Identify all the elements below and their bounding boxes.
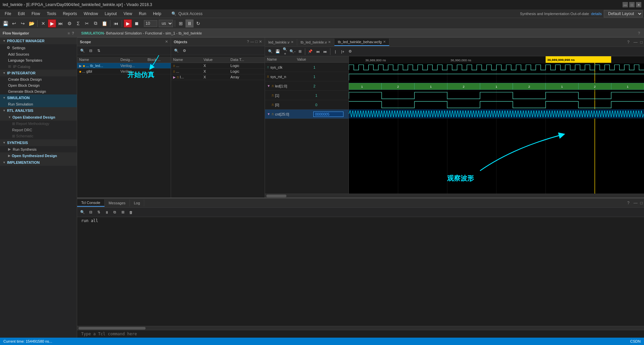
run-time-input[interactable] — [144, 20, 157, 27]
nav-ip-catalog[interactable]: ⊞ IP Catalog — [0, 63, 77, 70]
open-elaborated-design-header[interactable]: ▼ Open Elaborated Design — [0, 114, 77, 121]
sum-button[interactable]: Σ — [74, 19, 82, 27]
nav-run-synthesis[interactable]: ▶ Run Synthesis — [0, 146, 77, 152]
tab-tb-close-icon[interactable]: ✕ — [328, 40, 331, 44]
tcl-help-icon[interactable]: ? — [625, 201, 632, 205]
wave-search-icon[interactable]: 🔍 — [267, 48, 274, 55]
open-synthesized-design-header[interactable]: ▶ Open Synthesized Design — [0, 152, 77, 159]
menu-view[interactable]: View — [120, 11, 136, 17]
objects-close-icon[interactable]: ✕ — [259, 40, 262, 44]
tcl-pause-icon[interactable]: ⏸ — [103, 209, 110, 216]
tcl-copy-icon[interactable]: ⧉ — [111, 209, 118, 216]
wave-row-led-0[interactable]: ⎍ [0] 0 — [265, 100, 348, 110]
tcl-expand-icon[interactable]: ⊞ — [119, 209, 126, 216]
flow-nav-expand-icon[interactable]: ≡ — [68, 31, 70, 35]
open-button[interactable]: 📂 — [28, 19, 36, 27]
tab-tb-led-twinkle-v[interactable]: tb_led_twinkle.v ✕ — [297, 39, 334, 46]
scope-filter-icon[interactable]: ⊟ — [87, 47, 94, 54]
menu-flow[interactable]: Flow — [28, 11, 43, 17]
tab-tcl-console[interactable]: Tcl Console — [77, 199, 105, 207]
nav-report-methodology[interactable]: ⊞ Report Methodology — [0, 121, 77, 127]
refresh-button[interactable]: ↻ — [194, 19, 202, 27]
objects-help-icon[interactable]: ? — [247, 40, 249, 44]
nav-open-block-design[interactable]: Open Block Design — [0, 82, 77, 88]
tab-led-twinkle-v[interactable]: led_twinkle.v ✕ — [265, 39, 297, 46]
wave-save-icon[interactable]: 💾 — [274, 48, 281, 55]
undo-button[interactable]: ↩ — [10, 19, 18, 27]
table-row[interactable]: ⎍ ... X Logic — [171, 63, 265, 69]
simulation-header[interactable]: ▼ SIMULATION — [0, 94, 77, 101]
menu-edit[interactable]: Edit — [14, 11, 28, 17]
tcl-scrollbar-h[interactable] — [77, 326, 644, 330]
close-source-button[interactable]: ✕ — [39, 19, 47, 27]
flow-nav-help-icon[interactable]: ? — [72, 31, 74, 35]
zoom-fit-button[interactable]: ⊞ — [177, 19, 185, 27]
wave-settings-icon[interactable]: ⚙ — [347, 48, 354, 55]
run-button[interactable]: ▶ — [48, 19, 56, 27]
scope-search-icon[interactable]: 🔍 — [79, 47, 86, 54]
menu-reports[interactable]: Reports — [59, 11, 80, 17]
copy-button[interactable]: ⧉ — [92, 19, 100, 27]
nav-language-templates[interactable]: Language Templates — [0, 57, 77, 63]
run-unit-select[interactable]: us ns ps — [159, 20, 173, 27]
scope-sort-icon[interactable]: ⇅ — [95, 47, 102, 54]
ip-integrator-header[interactable]: ▼ IP INTEGRATOR — [0, 70, 77, 76]
wave-row-sys-rst[interactable]: ⎍ sys_rst_n 1 — [265, 72, 348, 81]
close-button[interactable]: ✕ — [636, 2, 641, 7]
objects-maximize-icon[interactable]: □ — [255, 40, 258, 44]
run-sim-button[interactable]: ▶ — [124, 19, 132, 27]
table-row[interactable]: ⎍ ... X Logic — [171, 69, 265, 74]
rtl-analysis-header[interactable]: ▼ RTL ANALYSIS — [0, 107, 77, 114]
implementation-header[interactable]: ▼ IMPLEMENTATION — [0, 159, 77, 166]
wave-next-edge-icon[interactable]: ⏭ — [322, 48, 328, 55]
nav-schematic[interactable]: ⊞ Schematic — [0, 133, 77, 139]
wave-row-led-1[interactable]: ⎍ [1] 1 — [265, 91, 348, 100]
wave-minimize-icon[interactable]: — — [632, 40, 639, 45]
pause-button[interactable]: ⏸ — [185, 19, 194, 27]
wave-mark-icon[interactable]: 📌 — [307, 48, 314, 55]
project-manager-header[interactable]: ▼ PROJECT MANAGER — [0, 38, 77, 44]
details-link[interactable]: details — [591, 12, 602, 16]
menu-tools[interactable]: Tools — [43, 11, 59, 17]
tcl-delete-icon[interactable]: 🗑 — [127, 209, 134, 216]
nav-report-drc[interactable]: Report DRC — [0, 127, 77, 133]
table-row[interactable]: ▶ ⎍ I... X Array — [171, 74, 265, 80]
tcl-minimize-icon[interactable]: — — [632, 201, 639, 205]
objects-minimize-icon[interactable]: — — [250, 40, 254, 44]
wave-prev-edge-icon[interactable]: ⏮ — [314, 48, 321, 55]
cnt-value-input[interactable] — [313, 112, 343, 117]
tcl-command-input[interactable] — [77, 330, 644, 338]
menu-file[interactable]: File — [1, 11, 14, 17]
wave-scrollbar-h[interactable] — [265, 194, 644, 198]
tcl-search-icon[interactable]: 🔍 — [79, 209, 86, 216]
redo-button[interactable]: ↪ — [19, 19, 27, 27]
prev-button[interactable]: ⏮ — [112, 19, 120, 27]
menu-layout[interactable]: Layout — [101, 11, 120, 17]
objects-settings-icon[interactable]: ⚙ — [181, 47, 188, 54]
wave-row-led[interactable]: ▼ ⎍ led[1:0] 2 — [265, 81, 348, 91]
settings-button[interactable]: ⚙ — [65, 19, 73, 27]
tcl-maximize-icon[interactable]: □ — [639, 201, 644, 205]
table-row[interactable]: ▶ ■ ... tb_led... Verilog... — [77, 63, 171, 69]
menu-run[interactable]: Run — [136, 11, 150, 17]
wave-add-cursor-icon[interactable]: |+ — [339, 48, 346, 55]
nav-generate-block-design[interactable]: Generate Block Design — [0, 88, 77, 94]
wave-cursor-icon[interactable]: | — [332, 48, 339, 55]
wave-scrollbar-thumb[interactable] — [266, 195, 286, 197]
nav-run-simulation[interactable]: Run Simulation — [0, 101, 77, 107]
wave-row-sys-clk[interactable]: ⎍ sys_clk 1 — [265, 63, 348, 72]
tcl-scrollbar-thumb[interactable] — [78, 327, 146, 330]
wave-fit-icon[interactable]: ⊞ — [297, 48, 303, 55]
objects-search-icon[interactable]: 🔍 — [173, 47, 180, 54]
tab-messages[interactable]: Messages — [105, 200, 130, 206]
synthesis-header[interactable]: ▼ SYNTHESIS — [0, 139, 77, 146]
minimize-button[interactable]: — — [623, 2, 628, 7]
step-button[interactable]: ⏭ — [57, 19, 65, 27]
sim-help-icon[interactable]: ? — [638, 31, 640, 35]
menu-help[interactable]: Help — [150, 11, 165, 17]
menu-window[interactable]: Window — [80, 11, 101, 17]
wave-help-icon[interactable]: ? — [625, 40, 632, 45]
wave-zoom-out-icon[interactable]: 🔍- — [289, 48, 296, 55]
tab-log[interactable]: Log — [130, 200, 144, 206]
nav-settings[interactable]: ⚙ Settings — [0, 44, 77, 51]
